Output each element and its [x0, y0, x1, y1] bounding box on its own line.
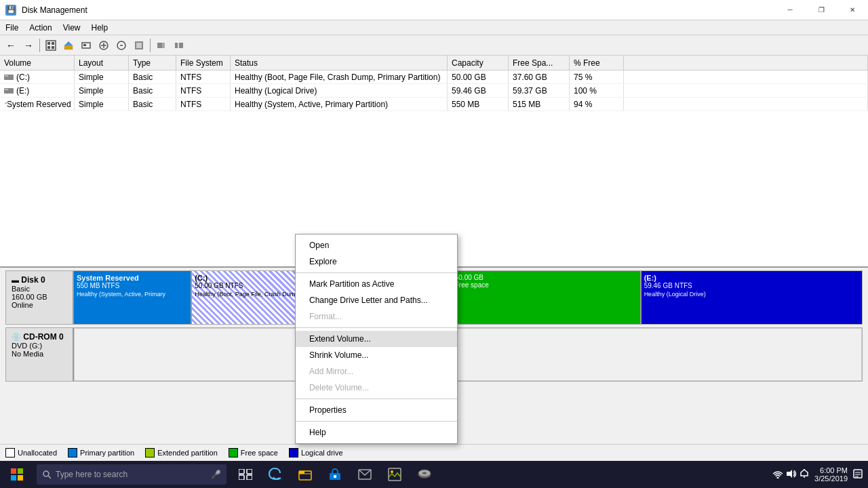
svg-point-36 [391, 470, 393, 473]
svg-rect-33 [334, 475, 336, 478]
svg-point-40 [422, 472, 427, 474]
cell-status: Healthy (Boot, Page File, Crash Dump, Pr… [231, 70, 448, 83]
edge-icon[interactable] [262, 461, 289, 488]
col-header-status[interactable]: Status [231, 56, 448, 70]
svg-rect-22 [11, 475, 16, 481]
partition-system-reserved[interactable]: System Reserved 550 MB NTFS Healthy (Sys… [74, 271, 192, 324]
clock-time: 6:00 PM [814, 466, 848, 474]
ctx-change-drive-letter[interactable]: Change Drive Letter and Paths... [296, 292, 457, 308]
col-header-freespace[interactable]: Free Spa... [509, 56, 570, 70]
cell-capacity: 59.46 GB [448, 84, 509, 97]
start-button[interactable] [0, 461, 34, 488]
system-clock[interactable]: 6:00 PM 3/25/2019 [814, 466, 848, 483]
volume-icon[interactable] [786, 469, 797, 481]
photos-icon[interactable] [381, 461, 408, 488]
restore-button[interactable]: ❐ [806, 0, 837, 20]
svg-rect-27 [247, 469, 252, 474]
ctx-sep-3 [296, 399, 457, 399]
cell-rest [624, 70, 868, 83]
svg-point-41 [777, 476, 779, 479]
partition-status: Healthy (Logical Drive) [644, 291, 859, 298]
cdrom-0-partitions [74, 328, 862, 381]
menu-action[interactable]: Action [24, 20, 57, 35]
disk-mgmt-icon[interactable] [411, 461, 438, 488]
system-tray-icons [772, 469, 809, 481]
mail-icon[interactable] [351, 461, 378, 488]
network-icon[interactable] [772, 469, 783, 481]
svg-rect-28 [239, 475, 244, 480]
ctx-help[interactable]: Help [296, 424, 457, 441]
action-center-icon[interactable] [853, 469, 863, 481]
cell-layout: Simple [75, 70, 129, 83]
cdrom-0-name: 💿 CD-ROM 0 [12, 332, 67, 342]
col-header-fs[interactable]: File System [176, 56, 231, 70]
search-bar[interactable]: Type here to search 🎤 [37, 464, 226, 485]
toolbar-btn-8[interactable] [131, 37, 147, 54]
cell-capacity: 550 MB [448, 98, 509, 110]
ctx-shrink-volume[interactable]: Shrink Volume... [296, 347, 457, 363]
task-view-button[interactable] [232, 461, 259, 488]
cell-status: Healthy (Logical Drive) [231, 84, 448, 97]
voice-icon[interactable]: 🎤 [211, 470, 221, 479]
partition-name: System Reserved [77, 274, 188, 282]
menu-view[interactable]: View [58, 20, 86, 35]
partition-name: (E:) [644, 274, 859, 282]
cell-type: Basic [129, 98, 176, 110]
close-button[interactable]: ✕ [837, 0, 868, 20]
forward-button[interactable]: → [20, 37, 37, 54]
table-row[interactable]: (C:) Simple Basic NTFS Healthy (Boot, Pa… [0, 70, 868, 84]
cell-capacity: 50.00 GB [448, 70, 509, 83]
notification-icon[interactable] [800, 469, 809, 481]
col-header-freepct[interactable]: % Free [570, 56, 624, 70]
explorer-icon[interactable] [292, 461, 319, 488]
svg-rect-4 [52, 46, 54, 49]
cell-volume: (C:) [0, 70, 75, 83]
toolbar-btn-6[interactable] [96, 37, 112, 54]
toolbar-btn-7[interactable] [113, 37, 130, 54]
titlebar: 💾 Disk Management ─ ❐ ✕ [0, 0, 868, 20]
toolbar-btn-4[interactable] [60, 37, 77, 54]
back-button[interactable]: ← [3, 37, 19, 54]
col-header-volume[interactable]: Volume [0, 56, 75, 70]
ctx-delete-volume: Delete Volume... [296, 380, 457, 396]
legend-label-logical: Logical drive [301, 449, 343, 457]
cdrom-no-media [74, 328, 862, 381]
svg-point-24 [43, 471, 49, 476]
menu-help[interactable]: Help [86, 20, 114, 35]
svg-rect-15 [136, 43, 142, 48]
store-icon[interactable] [321, 461, 349, 488]
legend-extended: Extended partition [145, 448, 218, 458]
toolbar-btn-10[interactable] [171, 37, 187, 54]
svg-rect-29 [247, 475, 252, 480]
legend-primary: Primary partition [68, 448, 134, 458]
partition-free[interactable]: 50.00 GB Free space [452, 271, 642, 324]
cdrom-0-label: 💿 CD-ROM 0 DVD (G:) No Media [6, 328, 74, 381]
disk-0-status: Online [12, 301, 67, 309]
legend-color-freespace [229, 448, 238, 458]
svg-rect-20 [11, 468, 16, 474]
cdrom-0-type: DVD (G:) [12, 342, 67, 350]
table-row[interactable]: System Reserved Simple Basic NTFS Health… [0, 98, 868, 111]
col-header-type[interactable]: Type [129, 56, 176, 70]
ctx-explore[interactable]: Explore [296, 253, 457, 270]
col-header-layout[interactable]: Layout [75, 56, 129, 70]
minimize-button[interactable]: ─ [774, 0, 806, 20]
partition-status: Free space [455, 281, 637, 289]
ctx-sep-2 [296, 327, 457, 328]
toolbar-btn-9[interactable] [153, 37, 170, 54]
cell-layout: Simple [75, 98, 129, 110]
col-header-capacity[interactable]: Capacity [448, 56, 509, 70]
ctx-mark-active[interactable]: Mark Partition as Active [296, 276, 457, 292]
search-icon [42, 470, 52, 479]
menu-file[interactable]: File [0, 20, 24, 35]
toolbar-btn-5[interactable] [78, 37, 94, 54]
disk-0-size: 160.00 GB [12, 293, 67, 301]
partition-e[interactable]: (E:) 59.46 GB NTFS Healthy (Logical Driv… [642, 271, 862, 324]
ctx-properties[interactable]: Properties [296, 402, 457, 418]
table-row[interactable]: (E:) Simple Basic NTFS Healthy (Logical … [0, 84, 868, 98]
svg-marker-42 [787, 470, 792, 478]
ctx-extend-volume[interactable]: Extend Volume... [296, 331, 457, 347]
app-icon: 💾 [5, 5, 16, 16]
toolbar-btn-3[interactable] [43, 37, 59, 54]
ctx-open[interactable]: Open [296, 237, 457, 253]
